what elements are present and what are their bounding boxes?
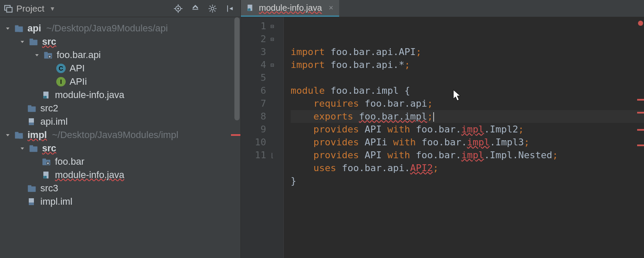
editor-tab-bar: J module-info.java × [241,0,644,17]
tree-item-label: impl.iml [40,196,73,207]
expand-arrow-icon[interactable] [33,51,41,59]
tree-item[interactable]: Jmodule-info.java [0,88,240,101]
code-line[interactable]: } [291,175,644,187]
close-tab-icon[interactable]: × [329,3,334,12]
svg-point-28 [49,55,51,58]
svg-text:J: J [249,8,250,11]
tree-scrollbar[interactable] [234,17,240,258]
svg-line-14 [210,6,211,7]
error-marker [231,134,240,136]
code-line[interactable]: import foo.bar.api.API; [291,46,644,58]
tree-item[interactable]: src [0,141,240,155]
imlfile-icon [27,117,37,127]
svg-line-17 [214,6,216,7]
expand-arrow-icon[interactable] [3,131,12,139]
tree-item-label: src [42,36,56,47]
line-number: 2 [243,33,266,46]
project-tool-window: Project ▼ api~/Desktop/Java9Modules/apis… [0,0,241,258]
line-number: 10 [243,136,266,149]
fold-toggle-icon[interactable]: ⊟ [269,61,276,68]
line-number: 5 [243,71,266,84]
text-caret [433,112,434,122]
line-number: 3 [243,46,266,58]
tree-item[interactable]: impl.iml [0,195,240,208]
code-line[interactable] [291,71,644,84]
line-number: 6 [243,84,266,97]
svg-rect-37 [15,132,18,134]
line-number: 8 [243,110,266,123]
svg-rect-41 [30,145,33,147]
scrollbar-thumb[interactable] [234,17,240,120]
javafile-icon: J [41,90,52,100]
error-stripe-mark[interactable] [637,144,644,146]
tree-item-path: ~/Desktop/Java9Modules/impl [52,129,178,141]
fold-toggle-icon[interactable]: ⌊ [269,152,276,159]
svg-point-9 [211,7,214,10]
code-line[interactable]: import foo.bar.api.*; [291,58,644,71]
svg-rect-24 [30,38,33,40]
module-icon [14,130,24,140]
svg-rect-32 [28,106,36,112]
svg-rect-52 [29,203,34,205]
hide-panel-icon[interactable] [225,4,234,13]
code-line[interactable]: provides API with foo.bar.impl.Impl2; [291,123,644,136]
code-line[interactable]: uses foo.bar.api.API2; [291,162,644,175]
tree-item[interactable]: IAPIi [0,75,240,88]
collapse-all-icon[interactable] [191,4,200,13]
code-editor[interactable]: 1234567891011⊟⊟⊟⌊ import foo.bar.api.API… [241,17,644,258]
svg-text:J: J [44,175,46,178]
java-file-icon: J [246,3,255,12]
svg-rect-49 [28,186,36,192]
fold-toggle-icon[interactable]: ⊟ [269,23,276,30]
code-text[interactable]: import foo.bar.api.API;import foo.bar.ap… [284,17,644,258]
error-stripe[interactable] [637,17,644,258]
project-title[interactable]: Project [16,3,44,14]
tree-item[interactable]: api~/Desktop/Java9Modules/api [0,22,240,35]
code-line[interactable]: provides APIi with foo.bar.impl.Impl3; [291,136,644,149]
project-tree[interactable]: api~/Desktop/Java9Modules/apisrcfoo.bar.… [0,17,240,258]
tree-item-label: api.iml [40,116,68,127]
svg-rect-40 [30,146,37,152]
chevron-down-icon[interactable]: ▼ [49,5,55,12]
expand-arrow-icon[interactable] [18,37,27,46]
svg-point-45 [47,162,49,164]
tree-item-path: ~/Desktop/Java9Modules/api [46,23,168,34]
tree-item-label: APIi [70,76,87,87]
line-number: 7 [243,97,266,110]
tree-item[interactable]: CAPI [0,61,240,75]
code-line[interactable]: requires foo.bar.api; [291,97,644,110]
interface-icon: I [56,77,66,87]
tree-item[interactable]: foo.bar [0,155,240,168]
code-line[interactable]: exports foo.bar.impl; [291,110,644,123]
line-number: 4 [243,58,266,71]
package-icon [43,50,53,60]
module-icon [14,23,24,34]
expand-arrow-icon[interactable] [3,24,12,33]
tree-item[interactable]: Jmodule-info.java [0,168,240,181]
tree-item-label: impl [27,129,47,141]
code-line[interactable]: module foo.bar.impl { [291,84,644,97]
folder-icon [28,143,39,154]
editor-pane: J module-info.java × 1234567891011⊟⊟⊟⌊ i… [241,0,644,258]
error-stripe-mark[interactable] [637,129,644,131]
tree-item[interactable]: impl~/Desktop/Java9Modules/impl [0,128,240,141]
tree-item[interactable]: foo.bar.api [0,48,240,61]
error-indicator-icon[interactable] [638,21,643,26]
gear-icon[interactable] [208,4,217,13]
locate-target-icon[interactable] [173,4,183,13]
tree-item-label: module-info.java [55,169,124,181]
imlfile-icon [27,197,37,207]
expand-arrow-icon[interactable] [18,144,27,153]
tree-item[interactable]: src3 [0,181,240,195]
svg-line-16 [210,10,211,11]
error-stripe-mark[interactable] [637,112,644,114]
tree-item[interactable]: api.iml [0,115,240,128]
line-number: 9 [243,123,266,136]
tree-item[interactable]: src [0,35,240,48]
tree-item[interactable]: src2 [0,101,240,115]
project-header: Project ▼ [0,0,240,17]
error-stripe-mark[interactable] [637,99,644,101]
fold-toggle-icon[interactable]: ⊟ [269,36,276,43]
editor-tab-active[interactable]: J module-info.java × [241,0,339,17]
code-line[interactable]: provides API with foo.bar.impl.Impl.Nest… [291,149,644,162]
